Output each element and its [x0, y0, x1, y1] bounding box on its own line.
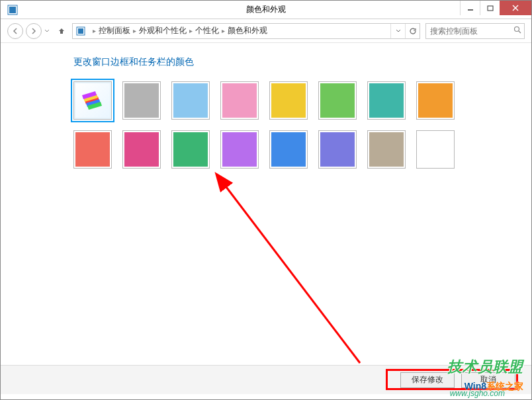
color-swatch[interactable] [122, 130, 161, 169]
color-swatch[interactable] [171, 130, 210, 169]
color-swatch[interactable] [220, 81, 259, 120]
history-dropdown[interactable] [44, 27, 52, 34]
color-swatch[interactable] [318, 81, 357, 120]
back-button[interactable] [7, 23, 23, 39]
address-icon [75, 26, 86, 36]
content-area: 更改窗口边框和任务栏的颜色 [1, 43, 531, 365]
breadcrumb-item[interactable]: 外观和个性化 [139, 25, 187, 36]
breadcrumb-sep: ▸ [90, 27, 99, 34]
close-button[interactable] [500, 1, 531, 15]
refresh-button[interactable] [405, 24, 420, 38]
maximize-button[interactable] [480, 1, 500, 15]
color-swatch[interactable] [269, 130, 308, 169]
color-swatch[interactable] [73, 130, 112, 169]
page-heading: 更改窗口边框和任务栏的颜色 [73, 56, 519, 68]
breadcrumb-sep: ▸ [219, 27, 228, 34]
svg-rect-3 [488, 6, 493, 11]
breadcrumb-sep: ▸ [130, 27, 139, 34]
address-dropdown[interactable] [390, 24, 405, 38]
svg-rect-1 [9, 7, 16, 13]
color-swatch[interactable] [122, 81, 161, 120]
color-swatch[interactable] [220, 130, 259, 169]
breadcrumb-item[interactable]: 个性化 [195, 25, 219, 36]
search-input[interactable] [430, 26, 510, 36]
color-swatch[interactable] [416, 81, 455, 120]
breadcrumb-sep: ▸ [187, 27, 195, 34]
color-swatch[interactable] [269, 81, 308, 120]
color-swatch[interactable] [367, 130, 406, 169]
color-swatch[interactable] [171, 81, 210, 120]
color-swatch[interactable] [416, 130, 455, 169]
color-swatch[interactable] [367, 81, 406, 120]
cancel-button[interactable]: 取消 [461, 372, 515, 388]
footer: 保存修改 取消 [1, 365, 531, 394]
minimize-button[interactable] [460, 1, 480, 15]
address-bar[interactable]: ▸ 控制面板 ▸ 外观和个性化 ▸ 个性化 ▸ 颜色和外观 [72, 23, 420, 39]
navbar: ▸ 控制面板 ▸ 外观和个性化 ▸ 个性化 ▸ 颜色和外观 [1, 19, 531, 43]
save-button[interactable]: 保存修改 [400, 372, 455, 388]
svg-point-8 [515, 27, 519, 32]
window-controls [460, 1, 531, 15]
color-swatch[interactable] [73, 81, 112, 120]
color-swatch[interactable] [318, 130, 357, 169]
search-icon[interactable] [513, 26, 521, 36]
window-title: 颜色和外观 [246, 4, 286, 15]
search-box[interactable] [425, 23, 525, 39]
app-icon [6, 3, 19, 17]
forward-button[interactable] [26, 23, 42, 39]
svg-line-9 [519, 31, 521, 33]
breadcrumb-item[interactable]: 颜色和外观 [228, 25, 267, 36]
color-swatch-grid [73, 81, 470, 169]
svg-rect-7 [78, 28, 83, 34]
titlebar: 颜色和外观 [1, 1, 531, 19]
breadcrumb-item[interactable]: 控制面板 [99, 25, 130, 36]
up-button[interactable] [56, 26, 67, 36]
